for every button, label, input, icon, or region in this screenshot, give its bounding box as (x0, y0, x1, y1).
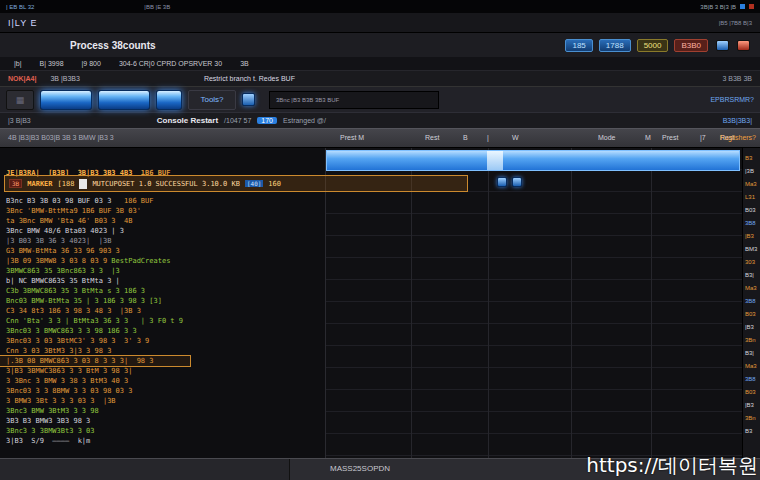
sidebar-entry: |B3 (743, 399, 760, 412)
action-button-1[interactable] (40, 90, 92, 110)
grid-line (411, 148, 412, 458)
row-action-chip[interactable] (512, 177, 522, 187)
sidebar-entry: B03 (743, 386, 760, 399)
code-line: |3B 09 3BMW8 3 03 8 03 9 BestPadCreates (0, 256, 325, 266)
publishers-header[interactable]: Fuglishers? (720, 134, 756, 141)
code-line-text: |.3B 08 BMWC863 3 03 8 3 3 3| 98 3 (6, 357, 154, 365)
menubar-right-text: |B5 |7B8 B|3 (719, 20, 752, 26)
code-line: 3|B3 S/9 ———— k|m (0, 436, 325, 446)
code-line: 3Bnc03 3 BMWC863 3 3 98 186 3 3 (0, 326, 325, 336)
sidebar-entry: 3Bn (743, 412, 760, 425)
column-header[interactable]: |7 (700, 134, 706, 141)
quick-action-chip[interactable] (242, 93, 255, 106)
timeline-grid (325, 148, 742, 458)
code-line: Cnn 'Bta' 3 3 | BtMta3 36 3 3 | 3 F0 t 9 (0, 316, 325, 326)
subrow-right-text: 3 B3B 3B (722, 75, 752, 82)
code-line-text: 3Bnc03 3 3 8BMW 3 3 03 98 03 3 (6, 387, 132, 395)
status-chip: 5000 (637, 39, 669, 52)
code-line: 3Bnc03 3 3 8BMW 3 3 03 98 03 3 (0, 386, 325, 396)
code-line: 3 3Bnc 3 BMW 3 38 3 BtM3 40 3 (0, 376, 325, 386)
headerstrip-right-link[interactable]: B3B|3B3| (723, 117, 752, 124)
left-panel-header: 4B |B3|B3 B03|B 3B 3 BMW |B3 3 (8, 134, 114, 141)
code-line-suffix: BestPadCreates (111, 257, 170, 265)
code-line: 3B3 B3 BMW3 3B3 98 3 (0, 416, 325, 426)
status-chip: 185 (565, 39, 592, 52)
code-line-text: b| NC BMWC863S 35 BtMta 3 | (6, 277, 120, 285)
sidebar-entry: |B3 (743, 230, 760, 243)
file-icon (79, 179, 87, 189)
column-header[interactable]: Rest (425, 134, 439, 141)
window-close-button[interactable] (737, 40, 750, 51)
code-line: 3Bnc3 3 3BMW3Bt3 3 03 (0, 426, 325, 436)
menubar: I|LY E |B5 |7B8 B|3 (0, 13, 760, 33)
grid-line (571, 148, 572, 458)
code-line-text: C3 34 8t3 186 3 98 3 48 3 |3B 3 (6, 307, 141, 315)
sidebar-entry: B3| (743, 269, 760, 282)
statusbar-left-segment (0, 459, 290, 480)
row-action-chips (497, 177, 522, 187)
menu-item[interactable]: 3B (240, 60, 249, 67)
process-title: Process 38counts (70, 40, 156, 51)
menu-item[interactable]: 304-6 CR|0 CPRD OPSRVER 30 (119, 60, 222, 67)
column-header[interactable]: B (463, 134, 468, 141)
code-line: |3 B03 3B 36 3 4023| |3B (0, 236, 325, 246)
code-line: 3|B3 3BMWC3863 3 3 BtM 3 98 3| (0, 366, 325, 376)
sidebar-entry: Ma3 (743, 178, 760, 191)
branch-label: Restrict branch t. Redes BUF (204, 75, 295, 82)
sidebar-entry: 3B8 (743, 217, 760, 230)
code-line-text: 3B3 B3 BMW3 3B3 98 3 (6, 417, 90, 425)
column-header[interactable]: W (512, 134, 519, 141)
header-strip: |3 B|B3 Console Restart /1047 57 170 Est… (0, 112, 760, 128)
marker-result-row[interactable]: 3B MARKER [188 MUTCUPOSET 1.0 SUCCESSFUL… (4, 175, 468, 192)
action-button-2[interactable] (98, 90, 150, 110)
toolbar: ▦ Tools? 3Bnc |B3 B3B 3B3 BUF EPBRSRMR? (0, 86, 760, 112)
tools-button[interactable]: Tools? (188, 90, 236, 110)
sidebar-entry: L31 (743, 191, 760, 204)
code-line-text: 3 BMW3 3Bt 3 3 3 03 3 |3B (6, 397, 116, 405)
column-header[interactable]: Prest M (340, 134, 364, 141)
code-line-text: 3Bnc 'BMW-BttMta9 1B6 BUF 3B 03' (6, 207, 141, 215)
marker-size: 160 (268, 180, 281, 188)
code-line-text: 3Bnc3 3 3BMW3Bt3 3 03 (6, 427, 95, 435)
column-header[interactable]: M (645, 134, 651, 141)
sidebar-entry: B3 (743, 425, 760, 438)
column-header[interactable]: Prest (662, 134, 678, 141)
app-label: I|LY E (8, 18, 38, 28)
device-label: NOK|A4| (8, 75, 36, 82)
sidebar-entry: BM3 (743, 243, 760, 256)
menu-item[interactable]: |9 800 (82, 60, 101, 67)
main-content: JE|B3RA| [B3B] 3B|B3 3B3 4B3 1B6 BUFB3nc… (0, 148, 760, 458)
menu-item[interactable]: |b| (14, 60, 22, 67)
console-title: Console Restart (157, 116, 218, 125)
grid-line (488, 148, 489, 458)
code-line: 3BMWC863 35 3Bnc863 3 3 |3 (0, 266, 325, 276)
code-line-text: |3B 09 3BMW8 3 03 8 03 9 (6, 257, 111, 265)
headerstrip-left-text: |3 B|B3 (8, 117, 31, 124)
sidebar-entry: 303 (743, 256, 760, 269)
status-chip: 1788 (599, 39, 631, 52)
console-badge: 170 (257, 117, 277, 124)
toolbar-right-link[interactable]: EPBRSRMR? (710, 96, 754, 103)
sidebar-entry: Ma3 (743, 282, 760, 295)
console-counter: /1047 57 (224, 117, 251, 124)
app-window: | EB BL 32 |BB |E 3B 3B|B 3 B|3 |B I|LY … (0, 0, 760, 480)
column-header[interactable]: | (487, 134, 489, 141)
menu-row: |b|B| 3998|9 800304-6 CR|0 CPRD OPSRVER … (0, 57, 760, 70)
sidebar-entry: B03 (743, 308, 760, 321)
window-minimize-button[interactable] (716, 40, 729, 51)
code-line-text: 3|B3 S/9 ———— k|m (6, 437, 90, 445)
sidebar-entry: Ma3 (743, 360, 760, 373)
code-line-text: C3b 3BMWC863 35 3 BtMta s 3 186 3 (6, 287, 145, 295)
code-line: C3b 3BMWC863 35 3 BtMta s 3 186 3 (0, 286, 325, 296)
column-header[interactable]: Mode (598, 134, 616, 141)
statusbar-text: MASS25SOPDN (330, 464, 390, 473)
sidebar-entry: |3B (743, 165, 760, 178)
menu-item[interactable]: B| 3998 (40, 60, 64, 67)
titlebar-blue-icon[interactable] (740, 4, 745, 9)
grid-view-button[interactable]: ▦ (6, 90, 34, 110)
titlebar-red-icon[interactable] (749, 4, 754, 9)
code-line: 3Bnc 'BMW-BttMta9 1B6 BUF 3B 03' (0, 206, 325, 216)
selected-row-highlight[interactable] (326, 150, 740, 171)
row-action-chip[interactable] (497, 177, 507, 187)
action-button-3[interactable] (156, 90, 182, 110)
